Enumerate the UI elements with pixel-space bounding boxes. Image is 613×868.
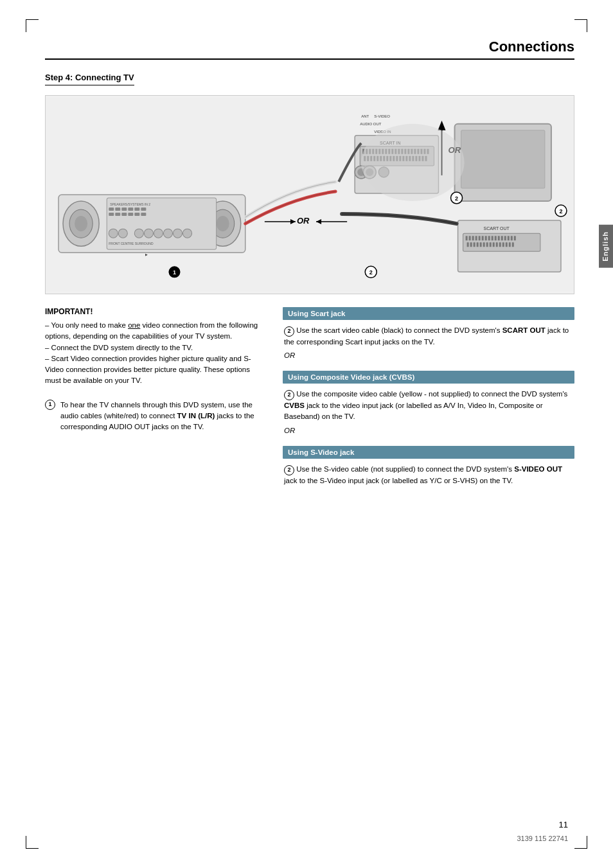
svg-rect-118 [474, 242, 475, 247]
composite-circle: 2 [284, 390, 294, 400]
diagram-svg: SPEAKERS/SYSTEMS IN 2 FRONT CENTRE SURRO… [46, 96, 574, 294]
scart-section-content: 2 Use the scart video cable (black) to c… [283, 325, 574, 361]
svg-rect-10 [109, 208, 114, 211]
svg-rect-13 [128, 208, 133, 211]
svg-rect-120 [480, 242, 482, 247]
scart-or: OR [284, 350, 574, 361]
svg-text:S-VIDEO: S-VIDEO [374, 114, 390, 118]
svg-rect-127 [502, 242, 504, 247]
step1-circle: 1 [45, 400, 55, 410]
connection-diagram: SPEAKERS/SYSTEMS IN 2 FRONT CENTRE SURRO… [45, 95, 574, 294]
step-heading: Step 4: Connecting TV [45, 73, 134, 85]
svg-rect-123 [490, 242, 492, 247]
svg-point-23 [118, 229, 127, 238]
svg-rect-122 [486, 242, 488, 247]
svg-rect-104 [479, 236, 481, 240]
corner-mark-tr [574, 19, 587, 32]
svg-rect-114 [511, 236, 513, 240]
svideo-circle: 2 [284, 465, 294, 475]
left-column: IMPORTANT! – You only need to make one v… [45, 307, 263, 496]
svg-rect-15 [141, 208, 146, 211]
svg-point-29 [183, 229, 192, 238]
svg-rect-108 [492, 236, 493, 240]
svg-rect-115 [514, 236, 516, 240]
svg-rect-119 [477, 242, 479, 247]
svg-rect-105 [482, 236, 484, 240]
svg-point-4 [75, 216, 87, 231]
important-text: – You only need to make one video connec… [45, 320, 263, 387]
important-line2: – Connect the DVD system directly to the… [45, 344, 193, 351]
svg-rect-116 [467, 242, 469, 247]
svg-point-26 [154, 229, 163, 238]
svg-rect-121 [483, 242, 485, 247]
svg-rect-112 [504, 236, 506, 240]
step1-item: 1 To hear the TV channels through this D… [45, 400, 263, 433]
composite-section-heading: Using Composite Video jack (CVBS) [283, 371, 574, 384]
svg-point-25 [144, 229, 153, 238]
corner-mark-bl [26, 836, 39, 849]
scart-circle: 2 [284, 326, 294, 337]
doc-number: 3139 115 22741 [517, 835, 568, 842]
composite-section-content: 2 Use the composite video cable (yellow … [283, 389, 574, 436]
right-column: Using Scart jack 2 Use the scart video c… [283, 307, 574, 496]
svg-text:AUDIO OUT: AUDIO OUT [360, 122, 382, 126]
svg-text:▶: ▶ [145, 252, 148, 256]
svg-rect-21 [141, 213, 146, 216]
svg-text:2: 2 [559, 208, 562, 215]
svg-text:SPEAKERS/SYSTEMS IN 2: SPEAKERS/SYSTEMS IN 2 [110, 202, 150, 206]
svg-rect-102 [472, 236, 474, 240]
svg-rect-11 [115, 208, 120, 211]
svg-point-28 [173, 229, 182, 238]
scart-section-heading: Using Scart jack [283, 307, 574, 320]
svg-rect-19 [128, 213, 133, 216]
important-line1: – You only need to make one video connec… [45, 321, 258, 340]
svg-text:ANT: ANT [361, 114, 369, 118]
svideo-section-content: 2 Use the S-video cable (not supplied) t… [283, 464, 574, 486]
svg-rect-124 [493, 242, 495, 247]
svg-point-22 [109, 229, 118, 238]
svg-text:SCART OUT: SCART OUT [484, 226, 510, 231]
svg-point-27 [163, 229, 172, 238]
svg-rect-110 [498, 236, 500, 240]
page-title: Connections [45, 39, 574, 60]
svg-text:1: 1 [173, 269, 176, 276]
svg-rect-125 [496, 242, 498, 247]
svg-rect-130 [512, 242, 514, 247]
svg-text:2: 2 [369, 269, 373, 276]
important-title: IMPORTANT! [45, 307, 263, 316]
svg-rect-109 [495, 236, 497, 240]
svg-rect-128 [506, 242, 508, 247]
page-number: 11 [559, 820, 568, 829]
svg-text:FRONT   CENTRE SURROUND: FRONT CENTRE SURROUND [109, 242, 154, 245]
svg-rect-129 [509, 242, 511, 247]
corner-mark-br [574, 836, 587, 849]
svg-rect-117 [470, 242, 472, 247]
svg-rect-18 [121, 213, 127, 216]
step1-text: To hear the TV channels through this DVD… [60, 400, 263, 433]
svg-rect-101 [469, 236, 471, 240]
composite-or: OR [284, 425, 574, 436]
svg-rect-111 [501, 236, 503, 240]
svg-rect-100 [466, 236, 468, 240]
svg-rect-16 [109, 213, 114, 216]
svideo-section-heading: Using S-Video jack [283, 446, 574, 459]
content-columns: IMPORTANT! – You only need to make one v… [45, 307, 574, 496]
corner-mark-tl [26, 19, 39, 32]
svg-rect-126 [499, 242, 501, 247]
svg-rect-103 [475, 236, 477, 240]
svg-rect-17 [115, 213, 120, 216]
svg-rect-113 [508, 236, 510, 240]
svg-rect-88 [461, 130, 545, 188]
svg-rect-20 [134, 213, 139, 216]
svg-rect-107 [488, 236, 490, 240]
svg-point-7 [217, 216, 229, 231]
svg-rect-106 [485, 236, 487, 240]
important-section: IMPORTANT! – You only need to make one v… [45, 307, 263, 387]
svg-point-137 [361, 124, 464, 201]
svg-text:OR: OR [297, 216, 310, 226]
language-tab: English [599, 225, 613, 268]
svg-text:2: 2 [455, 195, 458, 202]
svg-rect-12 [121, 208, 127, 211]
svg-point-24 [134, 229, 143, 238]
svg-rect-14 [134, 208, 139, 211]
